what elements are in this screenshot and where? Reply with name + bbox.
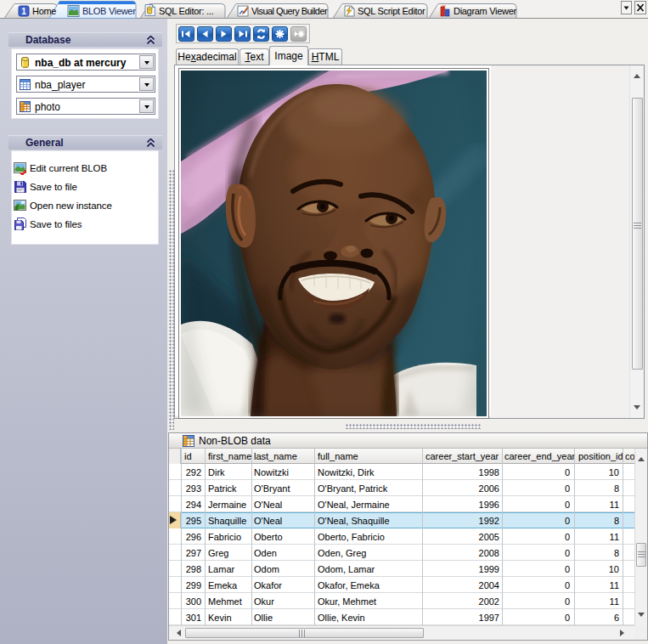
svg-text:Diagram Viewer: Diagram Viewer [454,6,516,16]
svg-text:Visual Query Builder: Visual Query Builder [251,6,328,16]
svg-text:SQL Script Editor: SQL Script Editor [358,6,425,16]
svg-text:Home: Home [32,6,56,16]
svg-text:1: 1 [21,7,26,16]
svg-text:SQL Editor: ...: SQL Editor: ... [159,6,213,16]
svg-text:BLOB Viewer: BLOB Viewer [82,6,136,16]
